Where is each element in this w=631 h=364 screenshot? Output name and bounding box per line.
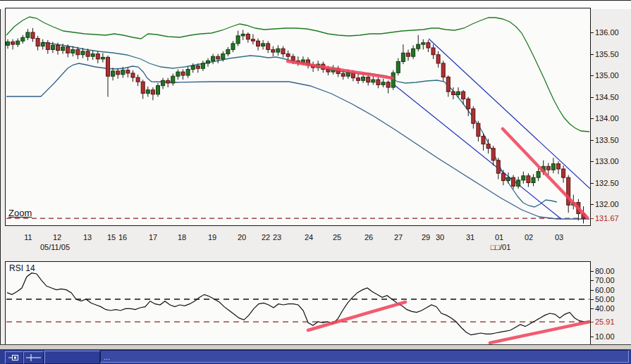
window-left-border	[0, 0, 1, 364]
crosshair-icon	[25, 353, 42, 362]
price-axis-label: 135.00	[595, 71, 619, 80]
pin-tool-button[interactable]	[5, 351, 23, 364]
price-axis-label: 132.00	[595, 200, 619, 208]
date-axis-label: 23	[273, 233, 281, 241]
date-axis-label: 30	[436, 233, 444, 241]
date-axis-label: 13	[83, 233, 92, 241]
rsi-indicator-panel[interactable]	[5, 261, 591, 345]
price-tick	[591, 75, 594, 76]
rsi-axis-label: 60.00	[595, 286, 615, 294]
date-axis-sublabel: 05/11/05	[40, 243, 70, 251]
date-axis-label: 26	[364, 233, 373, 241]
price-axis-label: 131.67	[595, 214, 619, 222]
date-axis-label: 24	[305, 233, 313, 241]
date-axis-label: 02	[525, 233, 533, 241]
price-tick	[591, 54, 594, 55]
date-axis-label: 18	[178, 233, 186, 241]
price-tick	[591, 161, 594, 162]
date-axis-label: 27	[394, 233, 403, 241]
price-axis-label: 135.50	[595, 50, 619, 58]
zoom-tool-label[interactable]: Zoom	[8, 208, 32, 218]
rsi-tick	[591, 290, 594, 291]
price-tick	[591, 218, 594, 219]
rsi-tick	[591, 308, 594, 309]
rsi-axis-label: 80.00	[595, 267, 615, 275]
rsi-tick	[591, 322, 594, 322]
price-tick	[591, 204, 594, 205]
rsi-tick	[591, 280, 594, 281]
price-axis-label: 134.50	[595, 93, 619, 101]
rsi-tick	[591, 271, 594, 272]
price-axis-label: 132.50	[595, 179, 619, 187]
price-tick	[591, 32, 594, 33]
rsi-axis-label: 40.00	[595, 304, 615, 313]
rsi-tick	[591, 337, 594, 337]
date-axis-label: 22	[262, 233, 270, 241]
date-axis-label: 01	[495, 233, 503, 241]
date-axis-label: 29	[422, 233, 430, 241]
date-axis-label: 20	[238, 233, 246, 241]
status-ellipsis-panel[interactable]: ...	[100, 350, 629, 363]
date-axis-label: 31	[466, 233, 474, 241]
date-axis-label: 16	[118, 233, 127, 241]
crosshair-tool-button[interactable]	[23, 351, 44, 364]
price-tick	[591, 97, 594, 98]
rsi-chart-canvas[interactable]	[6, 262, 590, 344]
rsi-axis-label: 10.00	[595, 332, 615, 341]
price-axis-label: 136.00	[595, 28, 619, 37]
price-tick	[591, 118, 594, 119]
price-axis-label: 134.00	[595, 114, 619, 123]
date-axis-label: 25	[333, 233, 341, 241]
rsi-label: RSI 14	[9, 263, 35, 273]
price-axis-label: 133.00	[595, 157, 619, 165]
price-axis-label: 133.50	[595, 136, 619, 144]
price-tick	[591, 140, 594, 141]
rsi-tick	[591, 299, 594, 300]
rsi-axis-label: 25.91	[595, 318, 615, 326]
bottom-toolbar: ...	[0, 349, 631, 364]
candlestick-chart-canvas[interactable]	[6, 8, 590, 225]
date-axis-sublabel: □□/01	[491, 243, 511, 251]
pin-icon	[8, 354, 20, 361]
date-axis-label: 17	[149, 233, 157, 241]
date-axis-label: 12	[53, 233, 61, 241]
date-axis-label: 19	[208, 233, 216, 241]
price-tick	[591, 183, 594, 184]
main-price-chart[interactable]	[5, 8, 591, 226]
empty-toolbar-button[interactable]	[44, 351, 100, 364]
rsi-axis-label: 70.00	[595, 276, 615, 284]
date-axis-label: 03	[555, 233, 563, 241]
date-axis-label: 11	[24, 233, 32, 241]
rsi-axis-label: 50.00	[595, 295, 615, 303]
date-axis-label: 15	[107, 233, 116, 241]
